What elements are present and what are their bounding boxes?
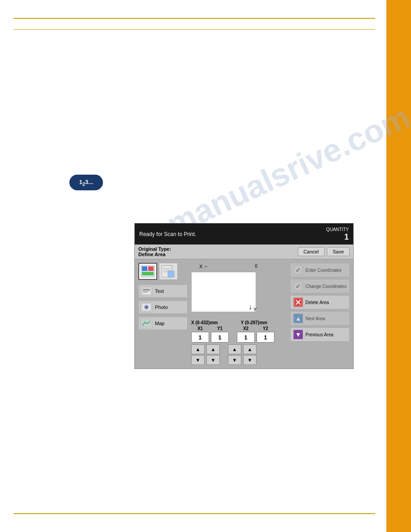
next-area-button[interactable]: ▲ Next Area [290, 311, 350, 326]
delete-area-button[interactable]: Delete Area [290, 295, 350, 309]
y2-input[interactable] [257, 332, 274, 343]
svg-rect-10 [142, 287, 151, 295]
bottom-rule [13, 513, 375, 514]
coord-diagram: X ← 0 ↓ Y [191, 263, 258, 317]
coord-area: X ← 0 ↓ Y X (0-432)mm Y (0-297)mm X1 [191, 263, 287, 365]
type-row-text[interactable]: Text [138, 284, 188, 298]
map-type-icon [141, 318, 152, 328]
y1-col-label: Y1 [211, 326, 229, 331]
svg-rect-3 [142, 272, 154, 275]
svg-point-16 [145, 306, 148, 309]
delete-area-icon [293, 297, 303, 307]
x2-up-button[interactable]: ▲ [228, 344, 241, 354]
prev-area-label: Previous Area [305, 332, 333, 337]
cancel-button[interactable]: Cancel [298, 247, 325, 256]
y2-down-button[interactable]: ▼ [243, 355, 257, 365]
x-axis-label: X ← [199, 264, 209, 269]
y-axis-label: Y [253, 307, 257, 312]
ui-panel: Ready for Scan to Print. QUANTITY 1 Orig… [134, 223, 354, 369]
watermark: manualsrive.com [161, 99, 411, 243]
photo-type-label: Photo [155, 305, 168, 310]
photo-type-icon [141, 302, 152, 312]
panel-header: Ready for Scan to Print. QUANTITY 1 [135, 223, 353, 245]
map-type-label: Map [155, 321, 164, 326]
y1-input[interactable] [211, 332, 229, 343]
y-range-label: Y (0-297)mm [241, 320, 272, 325]
enter-coordinates-button[interactable]: ✓ Enter Coordinates [290, 263, 350, 277]
panel-subheader: Original Type: Define Area Cancel Save [135, 245, 353, 259]
type-row-photo[interactable]: Photo [138, 300, 188, 314]
orig-type-icons-row [138, 263, 188, 280]
svg-rect-9 [168, 271, 174, 277]
x1-up-button[interactable]: ▲ [191, 344, 205, 354]
y-arrow-down: ↓ [248, 303, 252, 311]
x-range-label: X (0-432)mm [191, 320, 223, 325]
status-text: Ready for Scan to Print. [139, 231, 196, 237]
type-icon-color[interactable] [138, 263, 157, 280]
prev-area-icon: ▼ [293, 330, 303, 339]
sub-rule [13, 29, 375, 30]
x2-input[interactable] [237, 332, 255, 343]
step-badge: 123... [69, 175, 103, 190]
x-arrow: ← [204, 264, 209, 269]
x1-down-button[interactable]: ▼ [191, 355, 205, 365]
x1-input[interactable] [191, 332, 209, 343]
x2-col-label: X2 [237, 326, 255, 331]
right-sidebar-bar [386, 0, 411, 532]
step-number: 123... [79, 179, 93, 187]
enter-coord-icon: ✓ [293, 265, 303, 275]
x-label-text: X [199, 264, 202, 269]
text-type-label: Text [155, 288, 164, 294]
type-row-map[interactable]: Map [138, 317, 188, 330]
change-coordinates-button[interactable]: ✓ Change Coordinates [290, 279, 350, 293]
x1-col-label: X1 [191, 326, 209, 331]
y1-down-button[interactable]: ▼ [206, 355, 220, 365]
previous-area-button[interactable]: ▼ Previous Area [290, 327, 350, 342]
change-coord-icon: ✓ [293, 281, 303, 291]
next-area-icon: ▲ [293, 313, 303, 323]
svg-rect-2 [148, 266, 154, 271]
original-type-col: Text Photo [138, 263, 188, 365]
enter-coord-label: Enter Coordinates [305, 268, 342, 273]
change-coord-label: Change Coordinates [305, 284, 347, 289]
action-col: ✓ Enter Coordinates ✓ Change Coordinates… [290, 263, 350, 365]
subheader-label: Original Type: Define Area [138, 246, 171, 257]
text-type-icon [141, 286, 152, 296]
coordinate-white-area [191, 272, 256, 312]
y2-col-label: Y2 [257, 326, 274, 331]
panel-body: Text Photo [135, 259, 353, 369]
quantity-area: QUANTITY 1 [326, 226, 349, 242]
top-rule [13, 18, 375, 19]
quantity-value: 1 [326, 232, 349, 242]
subheader-buttons: Cancel Save [298, 247, 350, 256]
quantity-label: QUANTITY [326, 227, 349, 232]
delete-area-label: Delete Area [305, 300, 329, 305]
svg-rect-1 [142, 266, 147, 271]
next-area-label: Next Area [305, 316, 325, 321]
y1-up-button[interactable]: ▲ [206, 344, 220, 354]
y2-up-button[interactable]: ▲ [243, 344, 257, 354]
save-button[interactable]: Save [327, 247, 350, 256]
x2-down-button[interactable]: ▼ [228, 355, 241, 365]
define-area-label: Define Area [138, 252, 171, 257]
x-zero-label: 0 [255, 264, 257, 269]
type-icon-document[interactable] [159, 263, 178, 280]
original-type-label: Original Type: [138, 246, 171, 252]
